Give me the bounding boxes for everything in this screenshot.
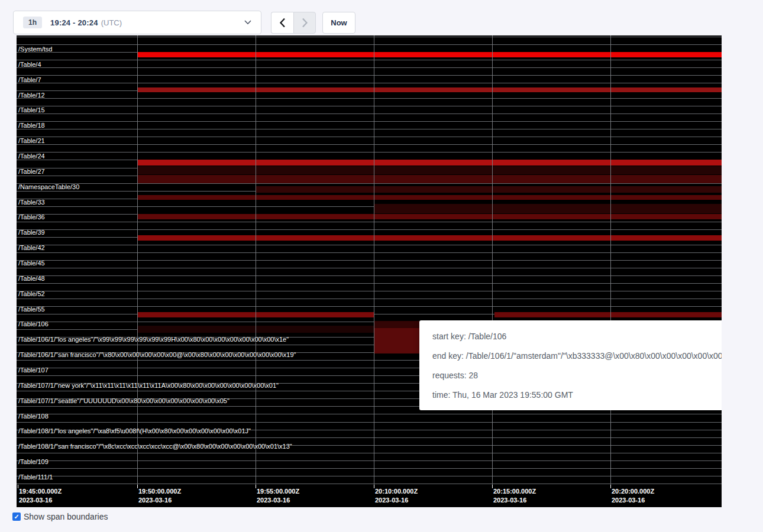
span-boundary-line	[17, 106, 722, 106]
span-boundary-line	[17, 67, 722, 68]
row-label: /Table/111/1	[18, 473, 53, 481]
row-label: /Table/18	[18, 121, 45, 129]
heat-band[interactable]	[374, 204, 722, 213]
tooltip-requests: requests: 28	[432, 366, 722, 385]
axis-tick-label: 20:20:00.000Z2023-03-16	[612, 487, 654, 505]
span-boundary-line	[17, 229, 722, 230]
heat-band[interactable]	[137, 166, 722, 174]
row-label: /Table/48	[18, 274, 45, 283]
row-label: /Table/4	[18, 60, 41, 69]
span-boundary-line	[17, 468, 722, 469]
heat-band[interactable]	[137, 195, 722, 200]
key-visualizer[interactable]: start key: /Table/106 end key: /Table/10…	[17, 35, 722, 507]
range-nav-group	[271, 12, 316, 34]
axis-tick-label: 19:55:00.000Z2023-03-16	[257, 487, 299, 505]
span-boundary-line	[17, 414, 722, 414]
row-label: /Table/106/1/"san francisco"/"\x80\x00\x…	[18, 351, 296, 359]
checkbox-checked-icon[interactable]: ✓	[12, 512, 21, 521]
span-boundary-line	[17, 144, 722, 145]
span-boundary-line	[17, 113, 722, 114]
heat-band[interactable]	[374, 321, 419, 328]
time-toolbar: 1h 19:24 - 20:24 (UTC) Now	[0, 0, 763, 35]
span-boundary-line	[17, 422, 722, 423]
heat-band[interactable]	[137, 87, 722, 92]
axis-tick-label: 19:50:00.000Z2023-03-16	[138, 487, 181, 505]
axis-tick	[137, 485, 138, 488]
row-label: /Table/27	[18, 167, 45, 176]
span-boundary-line	[17, 453, 722, 453]
row-label: /Table/42	[18, 244, 45, 252]
heat-band[interactable]	[494, 312, 722, 317]
row-label: /Table/107/1/"new york"/"\x11\x11\x11\x1…	[18, 381, 279, 390]
axis-tick	[18, 485, 18, 488]
heat-band[interactable]	[137, 175, 722, 183]
row-label: /Table/106	[18, 320, 49, 328]
now-button[interactable]: Now	[322, 12, 355, 34]
chevron-right-icon	[302, 18, 308, 28]
range-timezone: (UTC)	[101, 18, 122, 27]
span-boundary-line	[17, 484, 722, 484]
heat-band[interactable]	[137, 235, 722, 241]
span-boundary-line	[17, 299, 722, 299]
row-label: /Table/7	[18, 76, 41, 84]
range-duration-badge: 1h	[23, 17, 42, 28]
span-boundary-line	[17, 37, 722, 37]
row-label: /Table/108/1/"los angeles"/"\xa8\xf5\u00…	[18, 427, 251, 435]
heat-band[interactable]	[137, 52, 722, 57]
span-boundary-line	[17, 252, 722, 253]
span-boundary-line	[17, 83, 722, 83]
row-label: /Table/108/1/"san francisco"/"\x8c\xcc\x…	[18, 442, 292, 450]
row-label: /Table/45	[18, 259, 45, 267]
chevron-down-icon	[244, 20, 251, 25]
time-gridline	[256, 35, 256, 485]
span-boundary-line	[17, 460, 722, 461]
heat-band[interactable]	[256, 186, 722, 193]
row-label: /Table/39	[18, 228, 45, 236]
checkbox-label: Show span boundaries	[24, 512, 108, 521]
span-boundary-line	[17, 98, 722, 99]
span-boundary-line	[17, 306, 722, 307]
show-span-boundaries-toggle[interactable]: ✓ Show span boundaries	[12, 512, 108, 521]
span-boundary-line	[17, 283, 722, 284]
span-boundary-line	[17, 60, 722, 60]
row-label: /Table/107	[18, 366, 49, 374]
axis-tick	[374, 485, 374, 488]
next-range-button[interactable]	[293, 12, 316, 34]
tooltip-end-key: end key: /Table/106/1/"amsterdam"/"\xb33…	[432, 346, 722, 366]
axis-tick	[256, 485, 256, 488]
chevron-left-icon	[279, 18, 286, 28]
range-text: 19:24 - 20:24	[50, 18, 98, 27]
span-boundary-line	[17, 129, 722, 129]
heat-band[interactable]	[374, 328, 419, 353]
row-label: /NamespaceTable/30	[18, 183, 79, 191]
row-label: /Table/106/1/"los angeles"/"\x99\x99\x99…	[18, 335, 289, 343]
time-range-select[interactable]: 1h 19:24 - 20:24 (UTC)	[13, 11, 261, 34]
heat-band[interactable]	[137, 214, 722, 219]
hover-tooltip: start key: /Table/106 end key: /Table/10…	[419, 320, 722, 410]
row-label: /Table/33	[18, 198, 45, 206]
span-boundary-line	[17, 245, 722, 245]
prev-range-button[interactable]	[271, 12, 293, 34]
span-boundary-line	[17, 137, 722, 137]
row-label: /Table/108	[18, 412, 49, 420]
axis-tick	[610, 485, 611, 488]
row-label: /Table/107/1/"seattle"/"UUUUUUD\x00\x80\…	[18, 397, 229, 405]
span-boundary-line	[17, 75, 722, 76]
axis-tick-label: 19:45:00.000Z2023-03-16	[19, 487, 62, 505]
tooltip-start-key: start key: /Table/106	[432, 327, 722, 346]
span-boundary-line	[17, 476, 722, 476]
row-label: /Table/12	[18, 91, 45, 99]
axis-tick	[492, 485, 493, 488]
row-label: /Table/24	[18, 152, 45, 160]
span-boundary-line	[17, 275, 722, 276]
span-boundary-line	[17, 437, 722, 438]
time-gridline	[492, 35, 493, 485]
span-boundary-line	[17, 222, 722, 222]
tooltip-time: time: Thu, 16 Mar 2023 19:55:00 GMT	[432, 385, 722, 405]
time-gridline	[374, 35, 374, 485]
heat-band[interactable]	[137, 160, 722, 166]
row-label: /Table/55	[18, 305, 45, 313]
time-gridline	[610, 35, 611, 485]
span-boundary-line	[17, 291, 722, 291]
row-label: /Table/52	[18, 290, 45, 298]
